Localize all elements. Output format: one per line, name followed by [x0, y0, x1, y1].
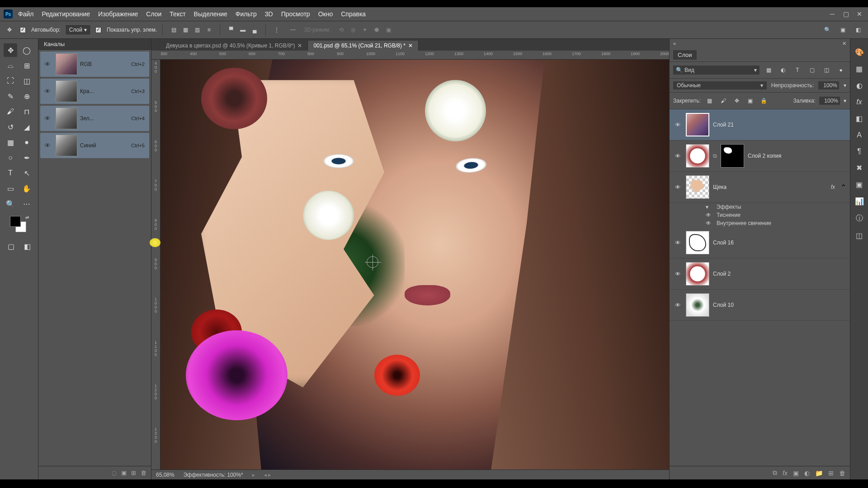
edit-toolbar[interactable]: ⋯: [20, 197, 33, 211]
history-brush-tool[interactable]: ↺: [4, 120, 17, 134]
align-center-icon[interactable]: ▦: [180, 24, 191, 35]
visibility-eye-icon[interactable]: 👁: [673, 239, 682, 246]
channel-save-icon[interactable]: ◌: [112, 469, 117, 476]
channel-row[interactable]: 👁 Кра... Ctrl+3: [40, 79, 149, 104]
menu-select[interactable]: Выделение: [194, 10, 227, 18]
foreground-color[interactable]: [10, 216, 21, 227]
channel-row[interactable]: 👁 Синий Ctrl+5: [40, 133, 149, 158]
move-tool[interactable]: ✥: [4, 43, 17, 57]
swap-colors-icon[interactable]: ⇄: [25, 215, 29, 220]
zoom-level[interactable]: 65,08%: [156, 472, 175, 478]
type-tool[interactable]: T: [4, 166, 17, 180]
fill-input[interactable]: 100%: [819, 97, 840, 105]
tab-close-icon[interactable]: ✕: [408, 42, 413, 49]
frame-tool[interactable]: ◫: [20, 74, 33, 88]
layer-name[interactable]: Щека: [713, 184, 827, 190]
channel-row[interactable]: 👁 RGB Ctrl+2: [40, 52, 149, 77]
channel-delete-icon[interactable]: 🗑: [141, 469, 146, 476]
menu-view[interactable]: Просмотр: [281, 10, 310, 18]
path-select-tool[interactable]: ↖: [20, 166, 33, 180]
visibility-eye-icon[interactable]: 👁: [42, 88, 53, 95]
dock-color-icon[interactable]: 🎨: [855, 48, 864, 56]
minimize-button[interactable]: ─: [827, 9, 837, 19]
channel-mask-icon[interactable]: ▣: [121, 469, 127, 476]
fx-expand-icon[interactable]: ⌃: [840, 183, 846, 192]
filter-adjust-icon[interactable]: ◐: [778, 65, 788, 75]
crop-tool[interactable]: ⛶: [4, 74, 17, 88]
align-left-icon[interactable]: ▤: [168, 24, 179, 35]
lock-position-icon[interactable]: ✥: [731, 95, 742, 106]
visibility-eye-icon[interactable]: 👁: [42, 61, 53, 68]
visibility-eye-icon[interactable]: 👁: [673, 184, 682, 191]
menu-image[interactable]: Изображение: [98, 10, 138, 18]
color-swatch[interactable]: ⇄: [10, 216, 28, 234]
stamp-tool[interactable]: ⊓: [20, 105, 33, 118]
layer-name[interactable]: Слой 2: [713, 271, 846, 277]
fx-visibility-icon[interactable]: 👁: [706, 220, 713, 226]
brush-tool[interactable]: 🖌: [4, 105, 17, 118]
fx-visibility-icon[interactable]: 👁: [706, 212, 713, 218]
menu-edit[interactable]: Редактирование: [42, 10, 90, 18]
quickmask-icon[interactable]: ▢: [4, 239, 18, 253]
menu-file[interactable]: Файл: [18, 10, 33, 18]
layer-name[interactable]: Слой 16: [713, 239, 846, 246]
visibility-eye-icon[interactable]: 👁: [673, 122, 682, 128]
layer-name[interactable]: Слой 10: [713, 302, 846, 308]
visibility-eye-icon[interactable]: 👁: [673, 271, 682, 277]
lock-all-icon[interactable]: 🔒: [759, 95, 769, 106]
doc-tab-2[interactable]: 001.psd @ 65,1% (Слой 21, RGB/8) *✕: [308, 41, 418, 51]
search-icon[interactable]: 🔍: [822, 24, 833, 35]
dock-layers-icon[interactable]: ◧: [856, 114, 863, 123]
opacity-input[interactable]: 100%: [818, 81, 839, 89]
filter-type-icon[interactable]: T: [792, 65, 803, 75]
link-layers-icon[interactable]: ⧉: [773, 469, 777, 477]
autoselect-target-dropdown[interactable]: Слой▾: [66, 25, 90, 34]
channel-new-icon[interactable]: ⊞: [131, 469, 136, 476]
shape-tool[interactable]: ▭: [4, 182, 17, 195]
menu-window[interactable]: Окно: [318, 10, 333, 18]
channels-tab[interactable]: Каналы: [38, 39, 151, 50]
gradient-tool[interactable]: ▦: [4, 136, 17, 149]
hand-tool[interactable]: ✋: [20, 182, 33, 195]
layer-row[interactable]: 👁 Слой 2: [670, 258, 850, 290]
align-top-icon[interactable]: ▀: [226, 24, 236, 35]
lasso-tool[interactable]: ⌓: [4, 59, 17, 72]
dock-swatches-icon[interactable]: ▦: [856, 65, 863, 73]
channel-row[interactable]: 👁 Зел... Ctrl+4: [40, 106, 149, 131]
fx-visibility-icon[interactable]: ▾: [706, 204, 713, 210]
eraser-tool[interactable]: ◢: [20, 120, 33, 134]
dock-history-icon[interactable]: ▣: [856, 180, 863, 189]
menu-filter[interactable]: Фильтр: [236, 10, 257, 18]
visibility-eye-icon[interactable]: 👁: [42, 115, 53, 122]
dock-styles-icon[interactable]: fx: [856, 98, 862, 106]
link-icon[interactable]: ⧉: [713, 153, 717, 159]
dock-histogram-icon[interactable]: 📊: [855, 197, 864, 206]
layer-name[interactable]: Слой 2 копия: [748, 153, 846, 159]
panel-close-icon[interactable]: ✕: [842, 41, 846, 47]
align-right-icon[interactable]: ▥: [192, 24, 203, 35]
close-button[interactable]: ✕: [854, 9, 864, 19]
layer-mask-icon[interactable]: ▣: [793, 469, 799, 477]
screenmode-icon[interactable]: ◧: [20, 239, 34, 253]
more-options-icon[interactable]: ⋯: [288, 24, 298, 35]
visibility-eye-icon[interactable]: 👁: [673, 302, 682, 309]
layer-filter-dropdown[interactable]: 🔍 Вид ▾: [673, 66, 760, 75]
delete-layer-icon[interactable]: 🗑: [839, 469, 845, 477]
quick-select-tool[interactable]: ⊞: [20, 59, 33, 72]
autoselect-checkbox[interactable]: [20, 27, 26, 33]
visibility-eye-icon[interactable]: 👁: [673, 153, 682, 160]
workspace-icon[interactable]: ◧: [853, 24, 863, 35]
dock-actions-icon[interactable]: ✖: [856, 164, 862, 172]
dock-info-icon[interactable]: ⓘ: [856, 214, 863, 223]
visibility-eye-icon[interactable]: 👁: [42, 142, 53, 149]
canvas[interactable]: [160, 60, 669, 469]
group-icon[interactable]: 📁: [815, 469, 823, 477]
effects-title[interactable]: ▾Эффекты: [670, 203, 850, 211]
lock-transparent-icon[interactable]: ▦: [704, 95, 715, 106]
tab-close-icon[interactable]: ✕: [297, 42, 302, 49]
healing-tool[interactable]: ⊕: [20, 89, 33, 103]
layer-row[interactable]: 👁 Слой 21: [670, 109, 850, 141]
layer-row[interactable]: 👁 Щекаfx⌃: [670, 172, 850, 203]
filter-shape-icon[interactable]: ▢: [807, 65, 817, 75]
filter-pixel-icon[interactable]: ▦: [763, 65, 774, 75]
